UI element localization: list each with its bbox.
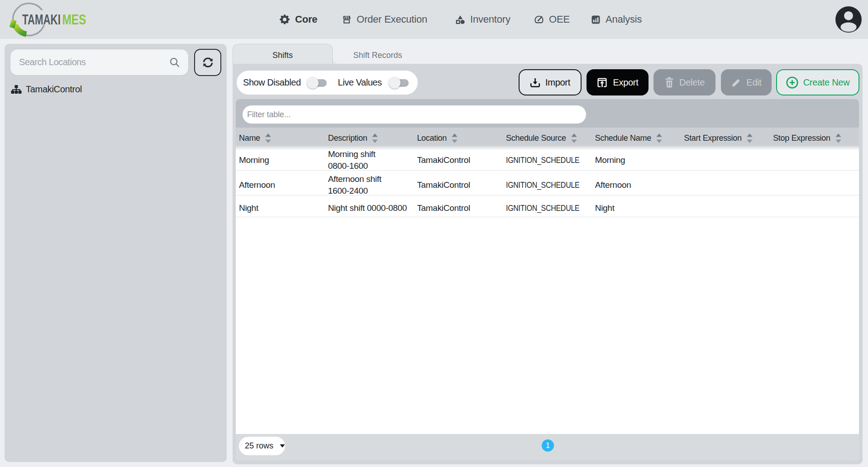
svg-text:MES: MES (62, 12, 86, 27)
svg-text:TAMAKI: TAMAKI (22, 12, 61, 27)
